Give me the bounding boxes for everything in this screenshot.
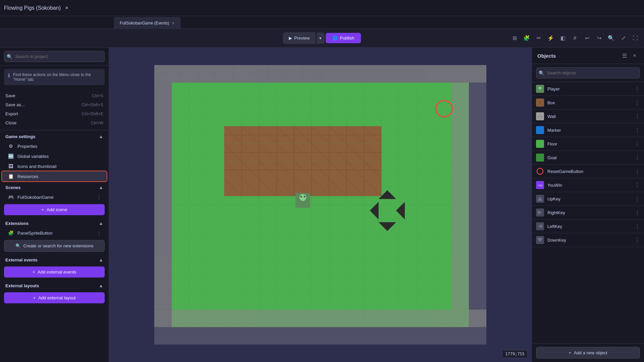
object-item-rightkey[interactable]: RightKey ⋮ <box>532 206 644 220</box>
close-menu-item[interactable]: Close Ctrl+W <box>0 118 109 127</box>
export-label: Export <box>5 111 18 116</box>
sidebar-item-resources[interactable]: 📋 Resources <box>2 171 107 181</box>
canvas-area[interactable]: 1779;755 <box>109 48 532 362</box>
scenes-chevron[interactable]: ▲ <box>99 185 103 190</box>
youwin-more-button[interactable]: ⋮ <box>635 182 640 188</box>
extensions-chevron[interactable]: ▲ <box>99 221 103 226</box>
object-item-player[interactable]: Player ⋮ <box>532 82 644 96</box>
floor-more-button[interactable]: ⋮ <box>635 141 640 147</box>
add-external-layout-button[interactable]: + Add external layout <box>4 292 105 303</box>
scene-more-button[interactable]: ⋮ <box>97 195 101 200</box>
sidebar-item-panelspritebutton[interactable]: 🧩 PanelSpriteButton ⋮ <box>2 228 107 238</box>
svg-point-109 <box>301 196 302 197</box>
svg-rect-35 <box>451 82 469 309</box>
object-item-resetgamebutton[interactable]: ResetGameButton ⋮ <box>532 165 644 178</box>
sidebar-item-properties[interactable]: ⚙ Properties <box>2 141 107 151</box>
game-settings-chevron[interactable]: ▲ <box>99 134 103 139</box>
project-manager-icon[interactable]: ⊞ <box>510 34 519 43</box>
fullscreen-icon[interactable]: ⛶ <box>631 34 640 43</box>
save-menu-item[interactable]: Save Ctrl+S <box>0 91 109 100</box>
object-item-upkey[interactable]: UpKey ⋮ <box>532 192 644 206</box>
downkey-more-button[interactable]: ⋮ <box>635 237 640 243</box>
extension-more-button[interactable]: ⋮ <box>97 231 101 236</box>
add-external-layout-label: Add external layout <box>38 295 75 300</box>
player-more-button[interactable]: ⋮ <box>635 86 640 92</box>
svg-point-110 <box>304 196 305 197</box>
objects-panel-header: Objects ☰ × <box>532 48 644 64</box>
save-label: Save <box>5 93 15 98</box>
floor-thumbnail <box>536 140 544 148</box>
youwin-label: YouWin <box>547 183 562 188</box>
extension-label: PanelSpriteButton <box>17 231 53 236</box>
align-icon[interactable]: # <box>570 34 580 43</box>
tab-fullsokoban[interactable]: FullSokobanGame (Events) × <box>114 17 180 28</box>
add-scene-button[interactable]: + Add scene <box>4 204 105 215</box>
object-item-youwin[interactable]: YW YouWin ⋮ <box>532 178 644 192</box>
move-icon[interactable]: ⤢ <box>619 34 628 43</box>
edit-icon[interactable]: ✏ <box>534 34 543 43</box>
add-new-object-button[interactable]: + Add a new object <box>536 347 640 359</box>
create-extensions-label: Create or search for new extensions <box>23 243 94 248</box>
marker-more-button[interactable]: ⋮ <box>635 127 640 133</box>
filter-button[interactable]: ☰ <box>621 52 629 60</box>
add-object-plus-icon: + <box>569 350 571 355</box>
object-item-box[interactable]: Box ⋮ <box>532 96 644 110</box>
file-menu-section: Save Ctrl+S Save as... Ctrl+Shift+S Expo… <box>0 88 109 130</box>
external-layouts-header: External layouts ▲ <box>0 280 109 290</box>
svg-marker-134 <box>537 197 543 201</box>
redo-icon[interactable]: ↪ <box>594 34 604 43</box>
upkey-thumbnail <box>536 195 544 203</box>
scenes-title: Scenes <box>5 185 21 190</box>
external-events-header: External events ▲ <box>0 254 109 264</box>
create-extensions-button[interactable]: 🔍 Create or search for new extensions <box>4 240 105 252</box>
tab-close-button[interactable]: × <box>172 20 174 26</box>
window-title: Flowing Pigs (Sokoban) <box>4 5 61 11</box>
objects-list: Player ⋮ Box ⋮ Wall ⋮ <box>532 82 644 343</box>
preview-label: Preview <box>294 36 310 41</box>
object-item-goal[interactable]: Goal ⋮ <box>532 151 644 165</box>
external-events-chevron[interactable]: ▲ <box>99 257 103 262</box>
preview-dropdown-button[interactable]: ▾ <box>317 33 324 44</box>
publish-button[interactable]: 🌐 Publish <box>326 33 361 43</box>
zoom-out-icon[interactable]: 🔍 <box>606 34 616 43</box>
object-item-floor[interactable]: Floor ⋮ <box>532 137 644 151</box>
undo-icon[interactable]: ↩ <box>582 34 592 43</box>
rightkey-more-button[interactable]: ⋮ <box>635 209 640 216</box>
properties-label: Properties <box>17 144 37 149</box>
extensions-section: Extensions ▲ 🧩 PanelSpriteButton ⋮ 🔍 Cre… <box>0 217 109 254</box>
window-close-button[interactable]: × <box>63 5 70 11</box>
upkey-more-button[interactable]: ⋮ <box>635 196 640 202</box>
save-as-shortcut: Ctrl+Shift+S <box>82 103 103 107</box>
export-menu-item[interactable]: Export Ctrl+Shift+E <box>0 109 109 118</box>
sidebar-item-fullsokoban[interactable]: 🎮 FullSokobanGame ⋮ <box>2 192 107 202</box>
layers-icon[interactable]: ◧ <box>558 34 568 43</box>
preview-button[interactable]: ▶ Preview <box>283 33 315 44</box>
play-icon: ▶ <box>289 36 292 41</box>
svg-point-118 <box>539 87 541 89</box>
object-item-leftkey[interactable]: LeftKey ⋮ <box>532 220 644 233</box>
add-external-events-button[interactable]: + Add external events <box>4 266 105 278</box>
object-item-downkey[interactable]: DownKey ⋮ <box>532 233 644 247</box>
search-input[interactable] <box>4 51 105 62</box>
icons-thumbnail-label: Icons and thumbnail <box>17 164 56 169</box>
box-more-button[interactable]: ⋮ <box>635 100 640 106</box>
sidebar-item-icons-thumbnail[interactable]: 🖼 Icons and thumbnail <box>2 161 107 171</box>
sidebar-item-global-variables[interactable]: 🔤 Global variables <box>2 151 107 161</box>
info-icon: ℹ <box>8 73 10 78</box>
objects-search-input[interactable] <box>536 67 640 78</box>
events-icon[interactable]: ⚡ <box>546 34 555 43</box>
goal-more-button[interactable]: ⋮ <box>635 155 640 161</box>
wall-more-button[interactable]: ⋮ <box>635 113 640 120</box>
resetgamebutton-more-button[interactable]: ⋮ <box>635 168 640 175</box>
close-panel-button[interactable]: × <box>631 52 639 60</box>
scenes-section: Scenes ▲ 🎮 FullSokobanGame ⋮ + Add scene <box>0 181 109 217</box>
save-as-menu-item[interactable]: Save as... Ctrl+Shift+S <box>0 100 109 109</box>
objects-editor-icon[interactable]: 🧩 <box>522 34 531 43</box>
object-item-marker[interactable]: Marker ⋮ <box>532 123 644 137</box>
object-item-wall[interactable]: Wall ⋮ <box>532 110 644 123</box>
leftkey-more-button[interactable]: ⋮ <box>635 223 640 230</box>
svg-marker-136 <box>538 224 542 228</box>
export-shortcut: Ctrl+Shift+E <box>82 112 103 116</box>
external-layouts-chevron[interactable]: ▲ <box>99 283 103 288</box>
downkey-label: DownKey <box>547 238 566 243</box>
